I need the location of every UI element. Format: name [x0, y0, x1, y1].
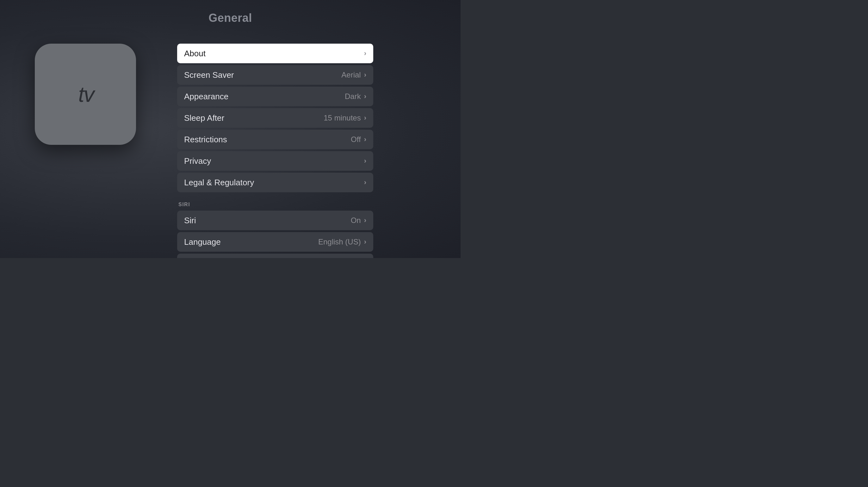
settings-right-restrictions: Off›: [351, 135, 366, 144]
settings-row-language[interactable]: LanguageEnglish (US)›: [177, 232, 373, 252]
settings-right-language: English (US)›: [318, 237, 366, 246]
chevron-right-icon: ›: [364, 49, 366, 58]
settings-list: About›Screen SaverAerial›AppearanceDark›…: [177, 44, 373, 258]
settings-row-restrictions[interactable]: RestrictionsOff›: [177, 130, 373, 149]
apple-tv-logo: tv: [77, 82, 94, 106]
device-image: tv: [19, 44, 152, 145]
tv-text: tv: [79, 82, 94, 106]
settings-right-siri: On›: [351, 216, 366, 225]
settings-label-appearance: Appearance: [184, 92, 228, 101]
settings-right-privacy: ›: [364, 157, 366, 165]
settings-row-siri-history[interactable]: Siri History›: [177, 254, 373, 258]
settings-label-language: Language: [184, 237, 221, 247]
settings-label-legal-regulatory: Legal & Regulatory: [184, 178, 254, 188]
page-title: General: [209, 11, 252, 25]
settings-row-sleep-after[interactable]: Sleep After15 minutes›: [177, 108, 373, 128]
settings-value-screen-saver: Aerial: [341, 70, 361, 79]
settings-value-siri: On: [351, 216, 361, 225]
settings-row-privacy[interactable]: Privacy›: [177, 151, 373, 171]
chevron-right-icon: ›: [364, 92, 366, 101]
settings-label-siri: Siri: [184, 216, 196, 225]
settings-right-sleep-after: 15 minutes›: [323, 113, 366, 122]
chevron-right-icon: ›: [364, 238, 366, 246]
settings-value-appearance: Dark: [345, 92, 361, 101]
apple-tv-box: tv: [35, 44, 136, 145]
siri-section-header: SIRI: [177, 202, 373, 207]
chevron-right-icon: ›: [364, 216, 366, 225]
settings-label-privacy: Privacy: [184, 156, 211, 166]
settings-label-screen-saver: Screen Saver: [184, 70, 234, 80]
chevron-right-icon: ›: [364, 71, 366, 79]
settings-value-restrictions: Off: [351, 135, 361, 144]
settings-row-appearance[interactable]: AppearanceDark›: [177, 87, 373, 106]
settings-label-about: About: [184, 49, 206, 59]
settings-label-sleep-after: Sleep After: [184, 113, 224, 123]
settings-row-about[interactable]: About›: [177, 44, 373, 63]
settings-row-screen-saver[interactable]: Screen SaverAerial›: [177, 65, 373, 85]
chevron-right-icon: ›: [364, 135, 366, 143]
settings-row-siri[interactable]: SiriOn›: [177, 210, 373, 230]
settings-right-appearance: Dark›: [345, 92, 366, 101]
chevron-right-icon: ›: [364, 114, 366, 122]
chevron-right-icon: ›: [364, 157, 366, 165]
settings-value-sleep-after: 15 minutes: [323, 113, 361, 122]
chevron-right-icon: ›: [364, 178, 366, 187]
settings-right-screen-saver: Aerial›: [341, 70, 366, 79]
settings-right-legal-regulatory: ›: [364, 178, 366, 187]
settings-label-restrictions: Restrictions: [184, 135, 227, 144]
settings-right-about: ›: [364, 49, 366, 58]
settings-row-legal-regulatory[interactable]: Legal & Regulatory›: [177, 173, 373, 192]
settings-value-language: English (US): [318, 237, 361, 246]
